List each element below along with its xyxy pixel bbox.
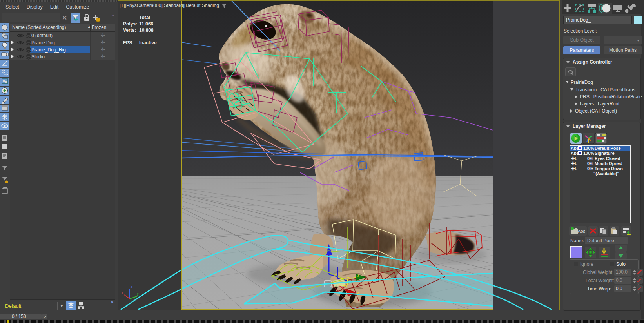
svg-text:Inactive: Inactive: [139, 40, 157, 45]
svg-text:Polys:: Polys:: [123, 21, 137, 27]
svg-text:Abs: Abs: [578, 229, 585, 234]
svg-text:z: z: [131, 285, 132, 289]
svg-text:FPS:: FPS:: [123, 40, 134, 45]
svg-text:[+][PhysCamera000][Standard][D: [+][PhysCamera000][Standard][Default Sha…: [120, 3, 220, 8]
svg-text:Verts:: Verts:: [123, 27, 136, 33]
svg-text:x: x: [122, 291, 123, 295]
svg-text:11,066: 11,066: [139, 21, 153, 27]
svg-text:10,808: 10,808: [139, 27, 154, 33]
svg-text:y: y: [357, 272, 360, 277]
svg-text:y: y: [137, 292, 139, 296]
svg-text:Total: Total: [139, 15, 150, 20]
